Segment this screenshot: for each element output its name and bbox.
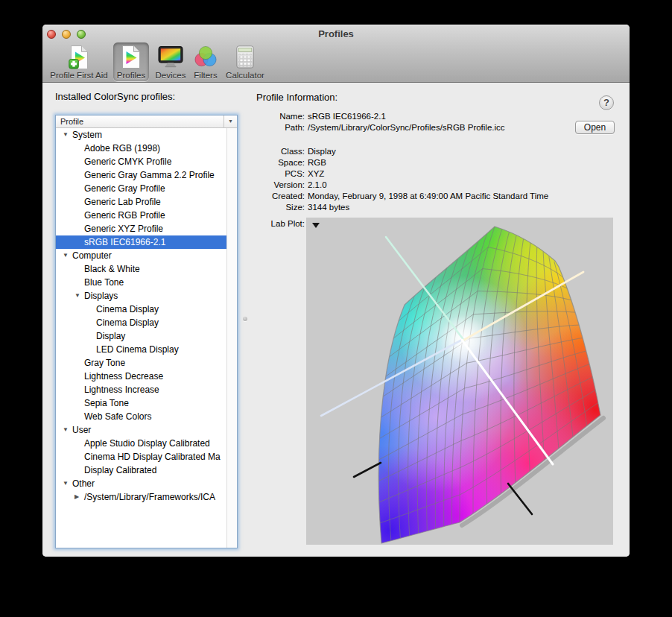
list-item-label: Generic XYZ Profile: [56, 222, 163, 235]
list-item[interactable]: sRGB IEC61966-2.1: [56, 235, 226, 249]
list-item-label: Generic Gray Gamma 2.2 Profile: [56, 168, 215, 182]
plot-options-triangle-icon[interactable]: [312, 223, 320, 228]
info-rows-top: Name:sRGB IEC61966-2.1Path:/System/Libra…: [253, 111, 505, 133]
list-item[interactable]: ▼System: [56, 128, 226, 142]
list-item-label: Generic Gray Profile: [56, 182, 165, 195]
list-item-label: Black & White: [56, 262, 140, 276]
profile-list-rows: ▼SystemAdobe RGB (1998)Generic CMYK Prof…: [56, 128, 226, 548]
disclosure-triangle-icon[interactable]: ▼: [63, 477, 69, 490]
list-item-label: Display Calibrated: [56, 463, 156, 477]
list-item[interactable]: Gray Tone: [56, 356, 226, 370]
list-item[interactable]: ▼Other: [56, 477, 226, 490]
open-button[interactable]: Open: [575, 121, 615, 134]
list-item[interactable]: Display Calibrated: [56, 463, 226, 477]
list-item[interactable]: Lightness Increase: [56, 383, 226, 396]
list-item-label: Lightness Decrease: [56, 370, 163, 383]
toolbar-item-profiles[interactable]: Profiles: [113, 42, 149, 81]
list-item[interactable]: Cinema Display: [56, 316, 226, 329]
disclosure-triangle-icon[interactable]: ▼: [63, 128, 69, 142]
info-heading: Profile Information:: [256, 92, 337, 103]
column-options-button[interactable]: ▼: [224, 116, 237, 127]
toolbar-item-label: Calculator: [226, 71, 264, 80]
info-value: XYZ: [308, 168, 324, 180]
list-item[interactable]: Generic XYZ Profile: [56, 222, 226, 235]
info-row: Space:RGB: [253, 157, 548, 168]
profile-list: Profile ▼ ▼SystemAdobe RGB (1998)Generic…: [55, 115, 238, 548]
pane-splitter-handle[interactable]: [243, 317, 247, 321]
devices-icon: [158, 44, 183, 70]
list-item-label: Cinema Display: [56, 316, 159, 329]
info-label: Size:: [253, 202, 308, 213]
list-item-label: /System/Library/Frameworks/ICA: [56, 490, 215, 504]
toolbar-item-label: Profiles: [117, 71, 145, 80]
list-item-label: User: [56, 423, 91, 437]
list-item-label: Displays: [56, 289, 118, 303]
info-value: RGB: [308, 157, 326, 168]
list-item[interactable]: Adobe RGB (1998): [56, 142, 226, 155]
list-item[interactable]: Lightness Decrease: [56, 370, 226, 383]
list-item[interactable]: Generic CMYK Profile: [56, 155, 226, 168]
profiles-icon: [121, 44, 141, 70]
disclosure-triangle-icon[interactable]: ▼: [75, 289, 80, 303]
info-value: sRGB IEC61966-2.1: [308, 111, 386, 122]
desktop: { "window": { "title": "Profiles" }, "to…: [0, 0, 672, 617]
list-item[interactable]: Generic RGB Profile: [56, 209, 226, 222]
list-item-label: Other: [56, 477, 95, 490]
list-item[interactable]: Cinema HD Display Calibrated Ma: [56, 450, 226, 463]
info-label: PCS:: [253, 168, 308, 180]
filters-icon: [193, 44, 218, 70]
list-item[interactable]: ▼Displays: [56, 289, 226, 303]
toolbar-item-calculator[interactable]: Calculator: [223, 42, 267, 81]
info-value: Monday, February 9, 1998 at 6:49:00 AM P…: [308, 191, 548, 202]
list-item-label: Sepia Tone: [56, 396, 129, 410]
window-chrome: Profiles Profile First Aid: [42, 25, 630, 83]
colorsync-window: Profiles Profile First Aid: [42, 25, 630, 557]
list-item[interactable]: Generic Lab Profile: [56, 195, 226, 209]
lab-gamut-plot: [306, 218, 613, 545]
info-row: Name:sRGB IEC61966-2.1: [253, 111, 505, 122]
list-item[interactable]: ▼Computer: [56, 249, 226, 262]
info-value: 2.1.0: [308, 180, 327, 191]
list-item[interactable]: Display: [56, 329, 226, 343]
list-item[interactable]: Cinema Display: [56, 303, 226, 316]
list-item[interactable]: Web Safe Colors: [56, 410, 226, 423]
list-item-label: Cinema Display: [56, 303, 159, 316]
list-item-label: Lightness Increase: [56, 383, 159, 396]
profile-first-aid-icon: [69, 44, 89, 70]
info-value: 3144 bytes: [308, 202, 349, 213]
list-scrollbar[interactable]: [226, 128, 237, 548]
disclosure-triangle-icon[interactable]: ▶: [75, 490, 79, 504]
toolbar-item-filters[interactable]: Filters: [189, 42, 222, 81]
list-item[interactable]: Black & White: [56, 262, 226, 276]
column-header-profile[interactable]: Profile: [56, 116, 224, 127]
list-item[interactable]: Apple Studio Display Calibrated: [56, 437, 226, 450]
list-item[interactable]: LED Cinema Display: [56, 343, 226, 356]
info-label: Space:: [253, 157, 308, 168]
list-item-label: Adobe RGB (1998): [56, 142, 160, 155]
list-item[interactable]: Generic Gray Profile: [56, 182, 226, 195]
toolbar-item-devices[interactable]: Devices: [153, 42, 188, 81]
profile-list-header[interactable]: Profile ▼: [56, 116, 237, 128]
toolbar-item-profile-first-aid[interactable]: Profile First Aid: [45, 42, 112, 81]
info-label: Class:: [253, 146, 308, 157]
list-item[interactable]: Sepia Tone: [56, 396, 226, 410]
list-item[interactable]: ▼User: [56, 423, 226, 437]
info-row: PCS:XYZ: [253, 168, 548, 180]
disclosure-triangle-icon[interactable]: ▼: [63, 249, 69, 262]
help-button[interactable]: ?: [599, 95, 614, 110]
info-value: /System/Library/ColorSync/Profiles/sRGB …: [308, 122, 505, 133]
info-row: Path:/System/Library/ColorSync/Profiles/…: [253, 122, 505, 133]
list-item-label: Blue Tone: [56, 276, 124, 289]
info-label: Name:: [253, 111, 308, 122]
info-row: Size:3144 bytes: [253, 202, 548, 213]
sidebar-heading: Installed ColorSync profiles:: [55, 91, 175, 102]
list-item[interactable]: ▶/System/Library/Frameworks/ICA: [56, 490, 226, 504]
lab-plot-canvas[interactable]: [306, 218, 613, 545]
disclosure-triangle-icon[interactable]: ▼: [63, 423, 69, 437]
list-item[interactable]: Blue Tone: [56, 276, 226, 289]
info-label: Created:: [253, 191, 308, 202]
list-item[interactable]: Generic Gray Gamma 2.2 Profile: [56, 168, 226, 182]
list-item-label: Generic RGB Profile: [56, 209, 165, 222]
list-item-label: Web Safe Colors: [56, 410, 152, 423]
info-row: Version:2.1.0: [253, 180, 548, 191]
